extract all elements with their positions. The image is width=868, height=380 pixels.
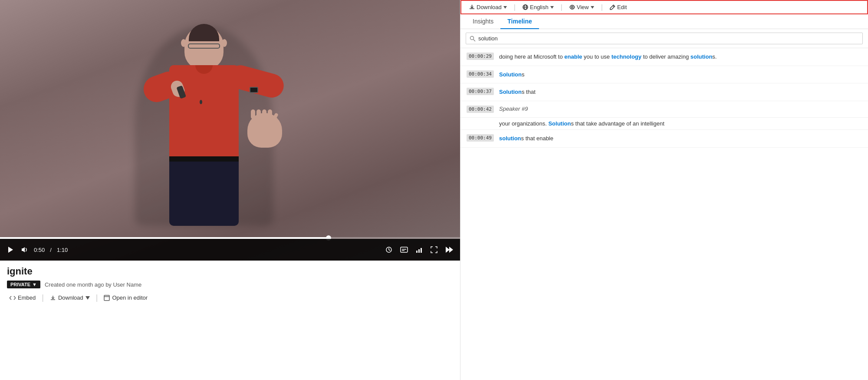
- search-input[interactable]: [478, 35, 859, 42]
- highlight-solution: Solution: [548, 120, 571, 127]
- volume-button[interactable]: [20, 245, 29, 254]
- svg-rect-7: [421, 248, 422, 253]
- quality-icon: [416, 246, 423, 253]
- time-badge: 00:00:37: [467, 88, 494, 95]
- timeline-text: Solutions: [499, 70, 862, 79]
- video-info: ignite PRIVATE ▼ Created one month ago b…: [0, 261, 460, 380]
- search-icon: [470, 36, 476, 42]
- action-divider-2: |: [96, 293, 98, 302]
- toolbar-view-button[interactable]: View: [567, 3, 597, 12]
- timeline-results: 00:00:29 doing here at Microsoft to enab…: [460, 48, 868, 380]
- clock-icon: [385, 246, 392, 253]
- volume-icon: [21, 246, 28, 253]
- person-head: [184, 26, 224, 69]
- highlight-solutions: solution: [690, 53, 713, 60]
- clock-button[interactable]: [385, 245, 393, 254]
- timeline-text: solutions that enable: [499, 134, 862, 143]
- toolbar-view-chevron: [591, 6, 594, 9]
- toolbar-sep-1: |: [514, 3, 516, 11]
- panel-toolbar: Download | English |: [460, 0, 868, 14]
- editor-icon: [104, 295, 110, 301]
- private-badge[interactable]: PRIVATE ▼: [7, 281, 40, 288]
- svg-rect-11: [104, 295, 109, 301]
- video-title: ignite: [7, 266, 453, 277]
- tab-timeline[interactable]: Timeline: [500, 14, 539, 29]
- timeline-item[interactable]: 00:00:29 doing here at Microsoft to enab…: [460, 48, 868, 66]
- captions-button[interactable]: [399, 246, 409, 254]
- download-icon: [50, 295, 56, 301]
- time-badge: 00:00:49: [467, 134, 494, 142]
- download-chevron-icon: [85, 296, 90, 300]
- embed-label: Embed: [18, 294, 36, 301]
- edit-icon: [610, 4, 615, 10]
- timeline-item[interactable]: 00:00:34 Solutions: [460, 66, 868, 84]
- time-badge: 00:00:34: [467, 70, 494, 78]
- video-player[interactable]: 0:50 / 1:10: [0, 0, 460, 261]
- globe-icon: [523, 4, 528, 10]
- play-pause-button[interactable]: [6, 245, 15, 254]
- embed-button[interactable]: Embed: [7, 293, 38, 303]
- toolbar-download-icon: [469, 4, 475, 10]
- svg-marker-9: [449, 247, 453, 253]
- toolbar-sep-2: |: [561, 3, 562, 11]
- video-meta-text: Created one month ago by User Name: [45, 281, 141, 288]
- svg-point-17: [571, 7, 573, 8]
- svg-rect-5: [416, 251, 418, 253]
- svg-marker-16: [550, 6, 554, 9]
- person-hand: [247, 113, 282, 148]
- download-button[interactable]: Download: [47, 293, 92, 303]
- right-controls: [385, 245, 454, 254]
- toolbar-download-label: Download: [477, 4, 502, 10]
- open-editor-button[interactable]: Open in editor: [101, 293, 150, 303]
- timeline-text: your organizations. Solutions that take …: [499, 119, 862, 128]
- time-total: 1:10: [57, 247, 68, 253]
- timeline-item[interactable]: 00:00:49 solutions that enable: [460, 130, 868, 148]
- toolbar-view-label: View: [577, 4, 589, 10]
- right-panel: Download | English |: [460, 0, 868, 380]
- toolbar-download-chevron: [503, 6, 507, 9]
- fullscreen-button[interactable]: [430, 245, 438, 254]
- toolbar-language-button[interactable]: English: [520, 3, 556, 12]
- svg-line-20: [473, 39, 476, 41]
- timeline-item[interactable]: 00:00:42 your organizations. Solutions t…: [460, 118, 868, 130]
- svg-marker-0: [8, 247, 13, 253]
- play-icon: [7, 246, 14, 253]
- toolbar-language-label: English: [530, 4, 549, 10]
- next-button[interactable]: [444, 245, 454, 254]
- timeline-item[interactable]: 00:00:37 Solutions that: [460, 83, 868, 101]
- person-pants: [169, 156, 239, 226]
- timeline-text: Solutions that: [499, 88, 862, 96]
- toolbar-edit-button[interactable]: Edit: [607, 3, 629, 12]
- time-separator: /: [50, 247, 52, 253]
- captions-icon: [400, 247, 408, 253]
- timeline-item-speaker[interactable]: 00:00:42 Speaker #9: [460, 101, 868, 118]
- search-container: [460, 29, 868, 48]
- svg-rect-6: [418, 249, 420, 253]
- svg-rect-2: [401, 247, 408, 252]
- toolbar-download-button[interactable]: Download: [467, 3, 510, 12]
- toolbar-edit-label: Edit: [617, 4, 627, 10]
- view-icon: [569, 4, 575, 10]
- highlight-technology: technology: [612, 53, 641, 60]
- quality-button[interactable]: [415, 245, 424, 254]
- toolbar-language-chevron: [550, 6, 554, 9]
- time-badge: 00:00:29: [467, 53, 494, 60]
- toolbar-sep-3: |: [601, 3, 603, 11]
- private-label: PRIVATE: [10, 282, 30, 287]
- highlight-solution: solution: [499, 135, 521, 142]
- speaker-label: Speaker #9: [499, 106, 528, 112]
- download-label: Download: [58, 294, 83, 301]
- fullscreen-icon: [431, 246, 437, 253]
- action-divider-1: |: [42, 293, 44, 302]
- svg-marker-18: [591, 6, 594, 9]
- tab-insights[interactable]: Insights: [466, 14, 500, 29]
- svg-marker-8: [446, 247, 450, 253]
- svg-point-19: [470, 36, 474, 40]
- embed-icon: [10, 295, 16, 301]
- privacy-arrow: ▼: [32, 282, 37, 287]
- video-actions: Embed | Download |: [7, 293, 453, 303]
- highlight-solution: Solution: [499, 71, 522, 78]
- timeline-text: doing here at Microsoft to enable you to…: [499, 53, 862, 61]
- highlight-enable: enable: [564, 53, 582, 60]
- panel-tabs: Insights Timeline: [460, 14, 868, 29]
